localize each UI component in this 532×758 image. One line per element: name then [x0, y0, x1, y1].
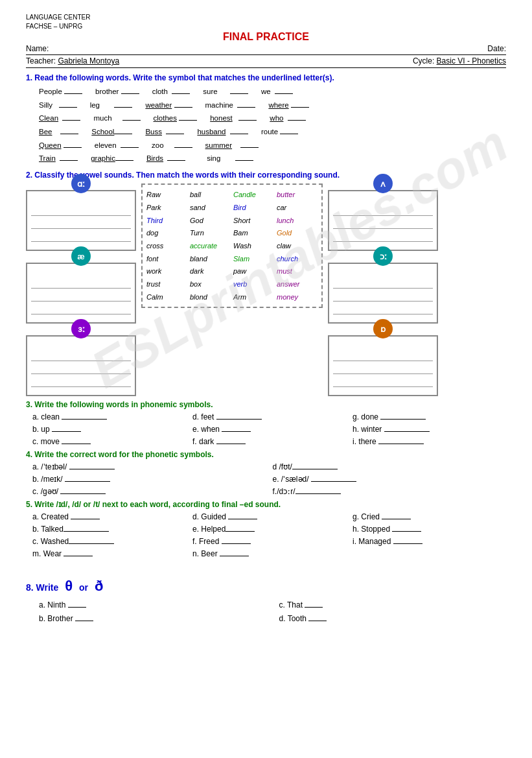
right-phoneme-boxes: ʌ ɔː ɒ — [328, 184, 438, 396]
cw-verb: verb — [233, 278, 274, 290]
s5-n: n. Beer — [192, 549, 346, 558]
word-honest: honest — [210, 112, 257, 125]
cw-lunch: lunch — [277, 215, 318, 227]
page-title: FINAL PRACTICE — [26, 31, 506, 43]
cw-butter: butter — [277, 189, 318, 201]
s5-i: i. Managed — [353, 536, 506, 546]
s5-g: g. Cried — [353, 512, 506, 521]
section5: 5. Write /ɪd/, /d/ or /t/ next to each w… — [26, 500, 506, 558]
cw-blond: blond — [190, 291, 231, 303]
cw-sand: sand — [190, 202, 231, 214]
word-who: who — [270, 112, 306, 125]
s3-e: e. when — [192, 424, 346, 434]
word-weather: weather — [145, 99, 192, 112]
answer-box-ae — [26, 263, 136, 324]
cycle-value: Basic VI - Phonetics — [437, 56, 506, 65]
theta-sym2: ð — [95, 578, 103, 594]
word-eleven: eleven — [95, 139, 139, 152]
phoneme-box-lambda: ʌ — [328, 184, 438, 251]
cw-turn: Turn — [190, 227, 231, 239]
phoneme-badge-short-o: ɒ — [373, 319, 393, 338]
s5-d: d. Guided — [192, 512, 346, 521]
word-where: where — [268, 99, 309, 112]
answer-box-er — [26, 335, 136, 396]
cw-bam: Bam — [233, 227, 274, 239]
s5-a: a. Created — [32, 512, 186, 521]
word-school: School — [91, 125, 132, 139]
section4: 4. Write the correct word for the phonet… — [26, 450, 506, 496]
cw-money: money — [277, 291, 318, 303]
s8-b: b. Brother — [39, 613, 266, 623]
cw-paw: paw — [233, 265, 274, 278]
word-husband: husband — [197, 125, 248, 139]
s8-c: c. That — [279, 600, 507, 610]
cw-cross: cross — [146, 240, 187, 252]
s4-f: f./dɔːr/ — [273, 486, 507, 496]
s5-b: b. Talked — [32, 524, 186, 534]
cw-slam: Slam — [233, 253, 274, 265]
word-summer: summer — [205, 139, 259, 152]
left-phoneme-boxes: ɑː æ ɜː — [26, 184, 136, 396]
phoneme-box-a: ɑː — [26, 184, 136, 251]
cw-must: must — [277, 265, 318, 278]
phoneme-box-ae: æ — [26, 256, 136, 324]
word-clean: Clean — [39, 112, 80, 125]
teacher-name: Gabriela Montoya — [58, 56, 119, 65]
center-word-box: Raw ball Candle butter Park sand Bird ca… — [141, 184, 323, 308]
cw-trust: trust — [146, 278, 187, 290]
s3-a: a. clean — [32, 412, 186, 421]
s4-a: a. /ˈteɪbəl/ — [32, 462, 266, 471]
cw-third: Third — [146, 215, 187, 227]
word-birds: Birds — [146, 152, 186, 165]
s5-m: m. Wear — [32, 549, 186, 558]
word-cloth: cloth — [152, 85, 191, 99]
s5-c: c. Washed — [32, 536, 186, 546]
section3-items: a. clean d. feet g. done b. up e. when h… — [32, 412, 506, 446]
s8-a: a. Ninth — [39, 600, 266, 610]
section3: 3. Write the following words in phonemic… — [26, 400, 506, 446]
word-people: People — [39, 85, 82, 99]
s3-c: c. move — [32, 436, 186, 446]
cw-raw: Raw — [146, 189, 187, 201]
word-train: Train — [39, 152, 78, 165]
cw-short: Short — [233, 215, 274, 227]
cw-font: font — [146, 253, 187, 265]
s3-g: g. done — [353, 412, 506, 421]
cw-calm: Calm — [146, 291, 187, 303]
fachse-label: FACHSE – UNPRG — [26, 22, 506, 31]
cw-candle: Candle — [233, 189, 274, 201]
cw-accurate: accurate — [190, 240, 231, 252]
word-we: we — [261, 85, 293, 99]
cw-church: church — [277, 253, 318, 265]
date-label: Date: — [487, 44, 506, 53]
s8-d: d. Tooth — [279, 613, 507, 623]
section5-title: 5. Write /ɪd/, /d/ or /t/ next to each w… — [26, 500, 506, 509]
section2-title: 2. Classify the vowel sounds. Then match… — [26, 171, 506, 180]
word-much: much — [93, 112, 140, 125]
cw-gold: Gold — [277, 227, 318, 239]
section8-items: a. Ninth c. That b. Brother d. Tooth — [39, 600, 506, 623]
phoneme-box-open-o: ɔː — [328, 256, 438, 324]
word-route: route — [261, 125, 298, 139]
phoneme-badge-ae: æ — [71, 246, 91, 266]
section4-title: 4. Write the correct word for the phonet… — [26, 450, 506, 459]
word-clothes: clothes — [154, 112, 198, 125]
answer-box-short-o — [328, 335, 438, 396]
cw-dog: dog — [146, 227, 187, 239]
section1-title: 1. Read the following words. Write the s… — [26, 73, 506, 82]
cw-dark: dark — [190, 265, 231, 278]
cw-box: box — [190, 278, 231, 290]
section8: 8. Write θ or ð a. Ninth c. That b. Brot… — [26, 578, 506, 623]
word-brother: brother — [95, 85, 139, 99]
teacher-label: Teacher: Gabriela Montoya — [26, 56, 119, 65]
section2: 2. Classify the vowel sounds. Then match… — [26, 171, 506, 396]
s4-c: c. /gəʊ/ — [32, 486, 266, 496]
language-center-label: LANGUAGE CENTER — [26, 13, 506, 22]
answer-box-lambda — [328, 190, 438, 251]
s4-b: b. /meɪk/ — [32, 474, 266, 484]
s3-d: d. feet — [192, 412, 346, 421]
cw-ball: ball — [190, 189, 231, 201]
cycle-label: Cycle: Basic VI - Phonetics — [413, 56, 506, 65]
s3-f: f. dark — [192, 436, 346, 446]
cw-wash: Wash — [233, 240, 274, 252]
